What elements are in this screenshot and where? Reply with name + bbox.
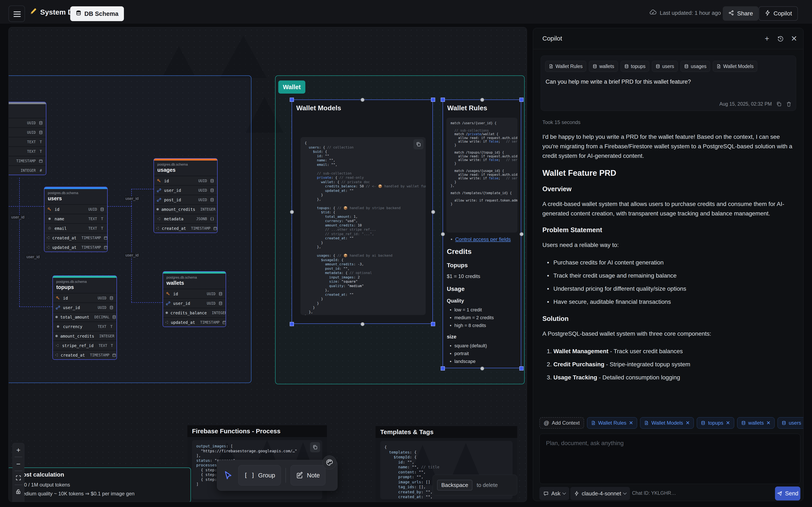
- response-h1: Wallet Feature PRD: [542, 169, 796, 178]
- opt-icon: [156, 217, 161, 220]
- table-row[interactable]: TIMESTAMP: [8, 157, 46, 165]
- database-icon: [656, 64, 660, 69]
- response-bullet: Understand pricing for different quality…: [542, 284, 796, 293]
- response-numbered-item: Credit Purchasing - Stripe-integrated to…: [553, 359, 796, 369]
- copy-icon[interactable]: [776, 101, 782, 107]
- context-chip-topups[interactable]: topups: [621, 61, 649, 72]
- table-row[interactable]: UUID: [8, 118, 46, 127]
- table-row-id[interactable]: id UUID: [154, 176, 217, 185]
- table-row[interactable]: TEXTT: [8, 147, 46, 156]
- menu-icon[interactable]: [8, 5, 25, 22]
- link-icon: [156, 198, 161, 202]
- context-chip-users[interactable]: users✕: [777, 417, 804, 429]
- cost-calculation-note[interactable]: Cost calculation $10 / 1M output tokens …: [8, 467, 191, 502]
- context-chip-usages[interactable]: usages: [680, 61, 710, 72]
- rules-note: • Control access per fields: [451, 236, 511, 242]
- trash-icon[interactable]: [786, 101, 792, 107]
- fit-view-button[interactable]: [12, 471, 24, 485]
- remove-icon[interactable]: ✕: [766, 420, 770, 426]
- type-db-icon: [109, 296, 114, 300]
- context-chip-wallets[interactable]: wallets✕: [737, 417, 774, 429]
- context-chip-wallet-rules[interactable]: Wallet Rules: [545, 61, 586, 72]
- chat-input-placeholder: Plan, document, ask anything: [546, 440, 623, 447]
- table-partial[interactable]: UUID UUID TEXTT TEXTT TIMESTAMP INTEGER#: [8, 102, 46, 175]
- table-wallets[interactable]: postgres.db.schema wallets id UUID user_…: [163, 271, 226, 327]
- table-schema: postgres.db.schema: [157, 163, 214, 166]
- database-icon: [781, 420, 786, 425]
- table-row-post_id[interactable]: post_id UUID: [154, 195, 217, 204]
- ask-mode-dropdown[interactable]: Ask: [540, 487, 569, 500]
- table-row-currency[interactable]: currency TEXT T: [53, 322, 116, 331]
- remove-icon[interactable]: ✕: [629, 420, 633, 426]
- table-row-updated_at[interactable]: updated_at TIMESTAMP: [163, 318, 225, 327]
- table-name: wallets: [166, 280, 222, 286]
- table-topups[interactable]: postgres.db.schema topups id UUID user_i…: [52, 276, 117, 360]
- tab-db-schema[interactable]: DB Schema: [70, 6, 124, 21]
- table-row-metadata[interactable]: metadata JSONB {}: [154, 214, 217, 223]
- table-row-created_at[interactable]: created_at TIMESTAMP: [154, 224, 217, 233]
- document-icon: [716, 64, 721, 69]
- add-context-button[interactable]: @ Add Context: [540, 417, 584, 429]
- table-row[interactable]: UUID: [8, 128, 46, 137]
- table-row-credits_balance[interactable]: credits_balance INTEGER #: [163, 308, 225, 317]
- table-row-user_id[interactable]: user_id UUID: [163, 299, 225, 307]
- table-row-updated_at[interactable]: updated_at TIMESTAMP: [44, 243, 107, 251]
- control-access-link[interactable]: Control access per fields: [455, 236, 511, 242]
- context-chip-wallet-models[interactable]: Wallet Models✕: [640, 417, 694, 429]
- response-duration: Took 15 seconds: [542, 119, 580, 125]
- table-row-created_at[interactable]: created_at TIMESTAMP: [53, 351, 116, 359]
- diagram-canvas[interactable]: Wallet user_id user_id user_id user_id p…: [8, 27, 527, 502]
- table-row-amount_credits[interactable]: amount_credits INTEGER #: [53, 332, 116, 340]
- zoom-out-button[interactable]: −: [12, 457, 24, 471]
- table-row-stripe_ref_id[interactable]: stripe_ref_id TEXT T: [53, 341, 116, 350]
- note-button[interactable]: Note: [291, 465, 325, 486]
- new-chat-icon[interactable]: +: [762, 34, 772, 43]
- cloud-check-icon: [649, 8, 657, 17]
- group-button[interactable]: [ ] Group: [238, 465, 281, 486]
- send-button[interactable]: Send: [775, 487, 800, 500]
- relation-wire: [9, 206, 44, 207]
- table-row-created_at[interactable]: created_at TIMESTAMP: [44, 233, 107, 242]
- table-usages[interactable]: postgres.db.schema usages id UUID user_i…: [154, 158, 217, 233]
- table-row-total_amount[interactable]: total_amount DECIMAL: [53, 313, 116, 321]
- type-cal-icon: [104, 236, 108, 240]
- history-icon[interactable]: [776, 34, 785, 43]
- message-timestamp: Aug 15, 2025, 02:32 PM: [719, 101, 772, 107]
- context-chip-users[interactable]: users: [652, 61, 678, 72]
- context-chip-wallet-models[interactable]: Wallet Models: [713, 61, 757, 72]
- context-chip-wallets[interactable]: wallets: [589, 61, 618, 72]
- remove-icon[interactable]: ✕: [726, 420, 730, 426]
- table-row-name[interactable]: name TEXT T: [44, 214, 107, 223]
- table-row-id[interactable]: id UUID: [53, 294, 116, 302]
- table-row-amount_credits[interactable]: amount_credits INTEGER #: [154, 205, 217, 214]
- req-icon: [55, 335, 58, 337]
- chat-input[interactable]: Plan, document, ask anything: [540, 434, 800, 484]
- model-dropdown[interactable]: claude-4-sonnet: [570, 487, 630, 500]
- table-row-email[interactable]: email TEXT T: [44, 224, 107, 233]
- database-icon: [701, 420, 705, 425]
- wallet-models-block[interactable]: Wallet Models { users: { // collection $…: [292, 100, 433, 324]
- share-button[interactable]: Share: [723, 6, 759, 21]
- type-T-icon: T: [100, 226, 105, 230]
- copilot-toggle-button[interactable]: Copilot: [759, 6, 798, 21]
- context-chip-wallet-rules[interactable]: Wallet Rules✕: [587, 417, 637, 429]
- table-row-user_id[interactable]: user_id UUID: [154, 186, 217, 194]
- close-icon[interactable]: ✕: [790, 34, 799, 43]
- table-row-user_id[interactable]: user_id UUID: [53, 303, 116, 312]
- table-row[interactable]: INTEGER#: [8, 166, 46, 175]
- palette-icon[interactable]: [322, 455, 337, 469]
- context-chip-topups[interactable]: topups✕: [697, 417, 734, 429]
- wallet-rules-block[interactable]: Wallet Rules match /users/{user_id} { //…: [443, 100, 521, 368]
- table-users[interactable]: postgres.db.schema users id UUID name TE…: [44, 187, 108, 252]
- wallet-group-label[interactable]: Wallet: [278, 80, 305, 94]
- copy-icon[interactable]: [413, 139, 423, 149]
- list-item: high = 8 credits: [450, 323, 519, 328]
- table-row-id[interactable]: id UUID: [163, 289, 225, 298]
- table-row[interactable]: TEXTT: [8, 137, 46, 146]
- copy-icon[interactable]: [310, 442, 320, 452]
- remove-icon[interactable]: ✕: [686, 420, 690, 426]
- zoom-in-button[interactable]: +: [12, 443, 24, 457]
- cursor-icon[interactable]: [223, 470, 234, 481]
- lock-button[interactable]: [12, 485, 24, 499]
- table-row-id[interactable]: id UUID: [44, 205, 107, 214]
